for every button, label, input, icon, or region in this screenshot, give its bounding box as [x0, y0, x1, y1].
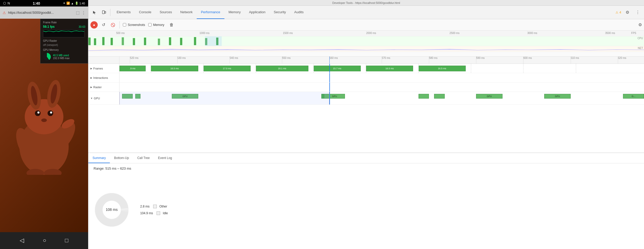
svg-rect-22: [111, 38, 113, 45]
gpu-expand-icon[interactable]: ▼: [90, 97, 93, 100]
tab-memory[interactable]: Memory: [224, 6, 245, 19]
battery-text: 1:40: [80, 2, 85, 5]
tick-520: 520 ms: [130, 57, 138, 59]
gpu-label-text: GPU: [94, 97, 100, 100]
gpu-memory-pie: [43, 53, 51, 61]
frame-sep-9: [576, 64, 576, 73]
devtools-titlebar: Developer Tools - https://localhost:5000…: [88, 0, 644, 6]
frame-block-1[interactable]: .9 ms: [119, 66, 146, 71]
ruler-line-6: [382, 57, 382, 64]
gpu-block-2-text: GPU: [332, 95, 337, 98]
device-toggle-button[interactable]: [100, 8, 108, 17]
frame-block-3[interactable]: 17.0 ms: [203, 66, 251, 71]
svg-rect-27: [169, 37, 171, 45]
time-mark-1500: 1500 ms: [283, 32, 293, 34]
clear-button[interactable]: 🚫: [109, 21, 116, 29]
tab-sources[interactable]: Sources: [155, 6, 176, 19]
summary-tab-bottomup[interactable]: Bottom-Up: [110, 153, 133, 163]
tabs-icon[interactable]: ⬚: [76, 10, 80, 15]
svg-marker-16: [93, 11, 96, 14]
frame-block-4[interactable]: 18.1 ms: [256, 66, 308, 71]
summary-tab-calltree[interactable]: Call Tree: [133, 153, 154, 163]
pie-center-label: 108 ms: [106, 208, 118, 212]
svg-rect-28: [180, 38, 182, 45]
record-button[interactable]: ●: [90, 21, 98, 29]
frames-content: .9 ms 16.5 ms 17.0 ms 18.1 ms 15.7 ms: [119, 64, 644, 73]
frames-expand-icon[interactable]: ▶: [90, 67, 92, 70]
tab-application[interactable]: Application: [245, 6, 270, 19]
frame-block-7[interactable]: 16.5 ms: [419, 66, 466, 71]
raster-label-text: Raster: [93, 86, 102, 89]
svg-rect-32: [205, 36, 222, 46]
idle-label: Idle: [163, 211, 168, 215]
svg-rect-17: [102, 11, 104, 14]
overview-charts: 500 ms 1000 ms 1500 ms 2000 ms 2500 ms 3…: [88, 31, 644, 57]
ruler-line-9: [523, 57, 523, 64]
nfc-icon: N: [8, 1, 10, 5]
more-options-button[interactable]: ⋮: [634, 8, 642, 17]
frame-block-5[interactable]: 15.7 ms: [314, 66, 361, 71]
back-button[interactable]: ◁: [20, 237, 24, 244]
tick-610: 610 ms: [571, 57, 579, 59]
tab-performance[interactable]: Performance: [197, 6, 224, 19]
gpu-block-5[interactable]: GPU: [544, 94, 570, 99]
gpu-block-2-label[interactable]: GPU: [324, 94, 345, 99]
url-text[interactable]: https://localhost:5000/goodbl...: [8, 11, 74, 15]
gpu-raster-section: GPU Raster off (viewport): [43, 39, 85, 46]
gpu-block-4[interactable]: GPU: [476, 94, 502, 99]
gpu-block-3b[interactable]: [434, 94, 444, 99]
tick-600: 600 ms: [523, 57, 532, 59]
tab-network[interactable]: Network: [176, 6, 197, 19]
time-mark-500: 500 ms: [116, 32, 125, 34]
overview-ruler: 500 ms 1000 ms 1500 ms 2000 ms 2500 ms 3…: [88, 31, 644, 36]
devtools-panel: Developer Tools - https://localhost:5000…: [88, 0, 644, 249]
rabbit-image: [8, 76, 80, 175]
interactions-expand-icon[interactable]: ▶: [90, 77, 92, 79]
warning-badge[interactable]: ⚠ 4: [615, 11, 621, 14]
gpu-block-6[interactable]: G...: [623, 94, 644, 99]
gpu-block-1[interactable]: GPU: [172, 94, 198, 99]
gpu-memory-max: 192.0 MB max: [53, 57, 69, 60]
selected-region: [119, 92, 329, 105]
svg-rect-29: [194, 37, 196, 45]
gpu-block-0b[interactable]: [135, 94, 140, 99]
menu-icon[interactable]: ⋮: [82, 10, 86, 15]
home-button[interactable]: ○: [43, 237, 46, 244]
raster-expand-icon[interactable]: ▶: [90, 86, 92, 88]
idle-value: 104.9 ms: [140, 211, 153, 215]
frame-block-2[interactable]: 16.5 ms: [151, 66, 198, 71]
cursor-tool-button[interactable]: [90, 8, 99, 17]
tab-audits[interactable]: Audits: [290, 6, 308, 19]
delete-recording-button[interactable]: 🗑: [167, 21, 176, 29]
other-value: 2.8 ms: [140, 205, 150, 208]
frame-block-6[interactable]: 16.5 ms: [366, 66, 413, 71]
capture-settings-button[interactable]: ⚙: [638, 22, 642, 27]
battery-icon: 🔋: [75, 2, 79, 5]
summary-tab-eventlog[interactable]: Event Log: [154, 153, 176, 163]
mobile-nav-bar: ◁ ○ □: [0, 232, 88, 249]
svg-rect-23: [122, 37, 124, 45]
svg-point-11: [37, 111, 39, 113]
tab-console[interactable]: Console: [135, 6, 155, 19]
recent-button[interactable]: □: [65, 237, 68, 244]
interactions-cursor: [329, 73, 330, 82]
devtools-tab-bar: Elements Console Sources Network Perform…: [88, 6, 644, 19]
more-icon: ⋮: [636, 10, 640, 15]
gpu-content: GPU GPU GPU GPU: [119, 92, 644, 105]
screenshots-checkbox[interactable]: [123, 23, 126, 26]
tab-security[interactable]: Security: [270, 6, 290, 19]
gpu-block-3a[interactable]: [419, 94, 429, 99]
gpu-memory-section: GPU Memory 40.5 MB used 192.0 MB max: [43, 49, 85, 61]
frame-sep-3: [256, 64, 256, 73]
summary-panel: Summary Bottom-Up Call Tree Event Log Ra…: [88, 153, 644, 249]
memory-checkbox[interactable]: [148, 23, 152, 26]
settings-button[interactable]: ⚙: [623, 8, 632, 17]
ruler-line-2: [177, 57, 178, 64]
interactions-content: [119, 73, 644, 82]
summary-tab-summary[interactable]: Summary: [88, 153, 110, 163]
frame-rate-title: Frame Rate: [43, 21, 85, 24]
tab-elements[interactable]: Elements: [112, 6, 135, 19]
refresh-record-button[interactable]: ↺: [100, 21, 107, 29]
summary-range: Range: 515 ms – 623 ms: [88, 163, 644, 170]
gpu-block-0[interactable]: [122, 94, 132, 99]
